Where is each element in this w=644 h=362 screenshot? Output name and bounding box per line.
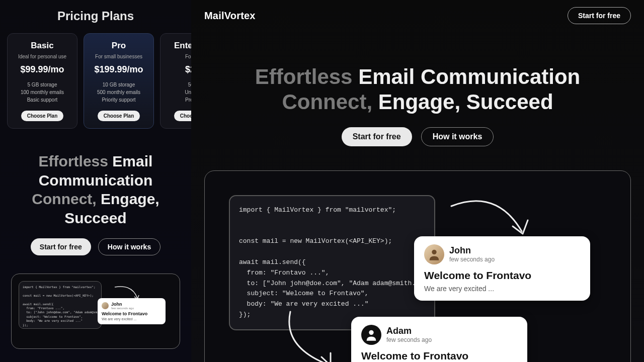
email-card-adam: Adam few seconds ago Welcome to Frontavo <box>351 317 527 362</box>
svg-point-0 <box>432 250 436 254</box>
hero-title: Effortless Email Communication Connect, … <box>11 152 180 227</box>
plan-target: For large <box>166 54 191 59</box>
pricing-cards: Basic Ideal for personal use $99.99/mo 5… <box>0 23 191 139</box>
how-it-works-button[interactable]: How it works <box>421 127 494 146</box>
hero-buttons: Start for free How it works <box>11 238 180 255</box>
email-time: few seconds ago <box>111 307 134 310</box>
svg-point-1 <box>369 330 373 335</box>
brand-logo[interactable]: MailVortex <box>204 10 256 22</box>
choose-plan-button[interactable]: Choose Plan <box>174 111 191 121</box>
plan-basic: Basic Ideal for personal use $99.99/mo 5… <box>7 33 77 129</box>
main-panel: MailVortex Start for free Effortless Ema… <box>191 0 644 362</box>
email-sender: Adam <box>386 326 432 336</box>
pricing-title: Pricing Plans <box>0 9 191 23</box>
email-time: few seconds ago <box>449 256 495 263</box>
email-subject: Welcome to Frontavo <box>361 350 517 362</box>
email-sender: John <box>449 246 495 256</box>
how-it-works-button[interactable]: How it works <box>98 238 160 255</box>
plan-features: 10 GB storage 500 monthly emails Priorit… <box>89 81 148 104</box>
hero-title: Effortless Email Communication Connect, … <box>211 64 624 114</box>
hero-buttons: Start for free How it works <box>211 127 624 146</box>
plan-features: 50 GB Unlimited Premium <box>166 81 191 104</box>
demo-illustration: import { MailVortex } from "mailvortex";… <box>204 170 631 362</box>
plan-price: $299 <box>166 64 191 75</box>
left-hero: Effortless Email Communication Connect, … <box>0 139 191 260</box>
avatar <box>361 325 381 345</box>
plan-name: Enterprise <box>166 41 191 51</box>
plan-features: 5 GB storage 100 monthly emails Basic su… <box>13 81 72 104</box>
plan-pro: Pro For small businesses $199.99/mo 10 G… <box>84 33 154 129</box>
plan-price: $199.99/mo <box>89 64 148 75</box>
start-for-free-button[interactable]: Start for free <box>342 127 412 146</box>
plan-name: Pro <box>89 41 148 51</box>
email-time: few seconds ago <box>386 336 432 343</box>
choose-plan-button[interactable]: Choose Plan <box>98 111 140 121</box>
plan-enterprise: Enterprise For large $299 50 GB Unlimite… <box>160 33 191 129</box>
start-for-free-button[interactable]: Start for free <box>568 7 631 24</box>
avatar <box>102 302 109 309</box>
choose-plan-button[interactable]: Choose Plan <box>21 111 64 121</box>
email-body: We are very excited ... <box>424 285 580 293</box>
arrow-icon <box>280 307 346 362</box>
email-body: We are very excited ... <box>102 317 162 321</box>
avatar <box>424 244 444 264</box>
plan-target: Ideal for personal use <box>13 54 72 59</box>
code-snippet-mini: import { MailVortex } from "mailvortex";… <box>19 281 102 329</box>
plan-target: For small businesses <box>89 54 148 59</box>
email-card-john: John few seconds ago Welcome to Frontavo… <box>414 236 590 301</box>
left-preview-panel: Pricing Plans Basic Ideal for personal u… <box>0 0 191 362</box>
header: MailVortex Start for free <box>191 0 644 31</box>
plan-name: Basic <box>13 41 72 51</box>
start-for-free-button[interactable]: Start for free <box>31 238 91 255</box>
main-hero: Effortless Email Communication Connect, … <box>191 31 644 151</box>
left-demo-illustration: import { MailVortex } from "mailvortex";… <box>11 274 180 349</box>
email-subject: Welcome to Frontavo <box>424 269 580 282</box>
email-sender: John <box>111 302 134 307</box>
email-subject: Welcome to Frontavo <box>102 311 162 316</box>
plan-price: $99.99/mo <box>13 64 72 75</box>
email-card-mini: John few seconds ago Welcome to Frontavo… <box>98 298 166 324</box>
